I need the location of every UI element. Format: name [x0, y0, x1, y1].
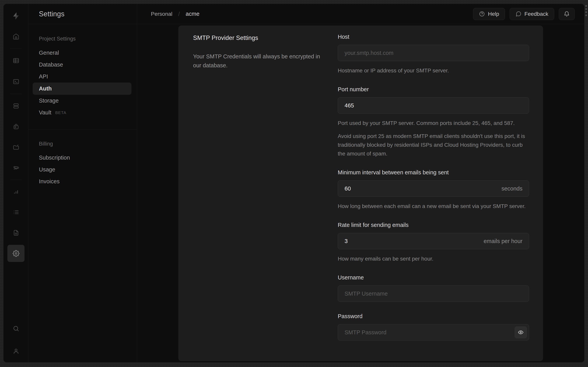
- sidebar-item-general[interactable]: General: [28, 47, 137, 59]
- sidebar-header: Settings: [28, 4, 137, 24]
- nav-item-label: Usage: [39, 166, 55, 173]
- sidebar-item-auth[interactable]: [7, 118, 24, 135]
- supabase-logo[interactable]: [7, 7, 24, 25]
- edge-functions-orbit-icon: [13, 164, 19, 171]
- interval-helper: How long between each email can a new em…: [338, 202, 529, 210]
- host-input[interactable]: [338, 45, 529, 61]
- breadcrumb-separator: /: [178, 11, 180, 17]
- host-helper: Hostname or IP address of your SMTP serv…: [338, 66, 529, 75]
- icon-rail: [3, 4, 28, 362]
- sidebar-item-docs[interactable]: [7, 224, 24, 241]
- app-window: Settings Project Settings General Databa…: [3, 4, 584, 362]
- sidebar-item-subscription[interactable]: Subscription: [28, 152, 137, 164]
- breadcrumb-org[interactable]: Personal: [151, 11, 172, 17]
- notifications-button[interactable]: [559, 8, 575, 20]
- username-field-group: Username: [338, 274, 529, 302]
- nav-section-heading-billing: Billing: [39, 141, 53, 147]
- password-input[interactable]: [338, 324, 529, 341]
- interval-input[interactable]: [338, 180, 529, 197]
- port-input-wrap: [338, 97, 529, 114]
- nav-item-label: API: [39, 73, 48, 80]
- sidebar-item-auth-settings[interactable]: Auth: [33, 83, 131, 95]
- breadcrumb-project[interactable]: acme: [186, 11, 200, 17]
- sql-editor-icon: [13, 78, 19, 85]
- sidebar-item-home[interactable]: [7, 28, 24, 45]
- rate-helper: How many emails can be sent per hour.: [338, 254, 529, 263]
- sidebar-item-storage[interactable]: [7, 139, 24, 156]
- port-helper: Port used by your SMTP server. Common po…: [338, 119, 529, 127]
- rate-input-wrap: emails per hour: [338, 233, 529, 249]
- scrollbar-dot: [585, 14, 587, 16]
- settings-gear-icon: [13, 250, 19, 257]
- password-field-group: Password: [338, 313, 529, 341]
- scrollbar-dot: [585, 5, 587, 7]
- sidebar-item-database[interactable]: [7, 97, 24, 114]
- username-input-wrap: [338, 285, 529, 302]
- bell-icon: [564, 11, 570, 17]
- host-field-group: Host Hostname or IP address of your SMTP…: [338, 34, 529, 75]
- beta-badge: BETA: [55, 110, 66, 115]
- username-label: Username: [338, 274, 529, 281]
- rate-field-group: Rate limit for sending emails emails per…: [338, 222, 529, 263]
- database-icon: [13, 102, 19, 109]
- nav-item-label: Vault: [39, 109, 51, 116]
- smtp-settings-panel: SMTP Provider Settings Your SMTP Credent…: [178, 25, 543, 361]
- username-input[interactable]: [338, 285, 529, 302]
- nav-item-label: Database: [39, 61, 63, 68]
- scrollbar-dot: [585, 11, 587, 13]
- home-icon: [13, 33, 19, 40]
- sidebar-item-table-editor[interactable]: [7, 52, 24, 69]
- scrollbar[interactable]: [585, 5, 587, 16]
- top-header: Personal / acme Help Feedback: [137, 4, 584, 24]
- sidebar-item-api[interactable]: API: [28, 71, 137, 83]
- sidebar-divider: [28, 129, 137, 130]
- port-field-group: Port number Port used by your SMTP serve…: [338, 86, 529, 158]
- content-area: SMTP Provider Settings Your SMTP Credent…: [137, 24, 584, 362]
- sidebar-title: Settings: [39, 10, 64, 18]
- nav-item-label: Invoices: [39, 178, 59, 185]
- supabase-bolt-icon: [11, 11, 20, 20]
- settings-sidebar: Settings Project Settings General Databa…: [28, 4, 137, 362]
- sidebar-item-edge-functions[interactable]: [7, 159, 24, 176]
- help-button[interactable]: Help: [473, 8, 505, 20]
- rate-label: Rate limit for sending emails: [338, 222, 529, 228]
- nav-item-label: General: [39, 50, 59, 56]
- nav-item-label: Storage: [39, 98, 59, 104]
- reports-chart-icon: [13, 189, 19, 195]
- port-label: Port number: [338, 86, 529, 93]
- user-icon: [13, 348, 19, 355]
- breadcrumb: Personal / acme: [151, 11, 200, 17]
- rate-input[interactable]: [338, 233, 529, 249]
- nav-item-label: Subscription: [39, 155, 70, 161]
- password-label: Password: [338, 313, 529, 319]
- sidebar-item-storage-settings[interactable]: Storage: [28, 95, 137, 107]
- help-button-label: Help: [488, 11, 499, 17]
- storage-folder-icon: [13, 144, 19, 151]
- port-warning: Avoid using port 25 as modern SMTP email…: [338, 132, 529, 158]
- panel-description: Your SMTP Credentials will always be enc…: [193, 52, 324, 70]
- search-button[interactable]: [7, 320, 24, 337]
- sidebar-item-vault[interactable]: Vault BETA: [28, 107, 137, 118]
- smtp-form: Host Hostname or IP address of your SMTP…: [338, 34, 529, 341]
- eye-icon: [518, 329, 524, 335]
- port-input[interactable]: [338, 97, 529, 114]
- interval-input-wrap: seconds: [338, 180, 529, 197]
- table-editor-icon: [13, 57, 19, 64]
- sidebar-item-database-settings[interactable]: Database: [28, 59, 137, 71]
- help-circle-icon: [479, 11, 485, 17]
- sidebar-item-usage[interactable]: Usage: [28, 164, 137, 175]
- scrollbar-dot: [585, 8, 587, 10]
- sidebar-item-sql-editor[interactable]: [7, 73, 24, 90]
- sidebar-item-logs[interactable]: [7, 204, 24, 221]
- sidebar-item-settings[interactable]: [7, 245, 24, 262]
- sidebar-item-reports[interactable]: [7, 183, 24, 200]
- feedback-button[interactable]: Feedback: [510, 8, 554, 20]
- sidebar-item-invoices[interactable]: Invoices: [28, 175, 137, 187]
- toggle-password-visibility-button[interactable]: [515, 326, 527, 338]
- nav-item-label: Auth: [39, 85, 52, 92]
- user-menu-button[interactable]: [7, 342, 24, 360]
- interval-field-group: Minimum interval between emails being se…: [338, 169, 529, 210]
- logs-list-icon: [13, 209, 19, 216]
- panel-intro: SMTP Provider Settings Your SMTP Credent…: [193, 34, 327, 70]
- password-input-wrap: [338, 324, 529, 341]
